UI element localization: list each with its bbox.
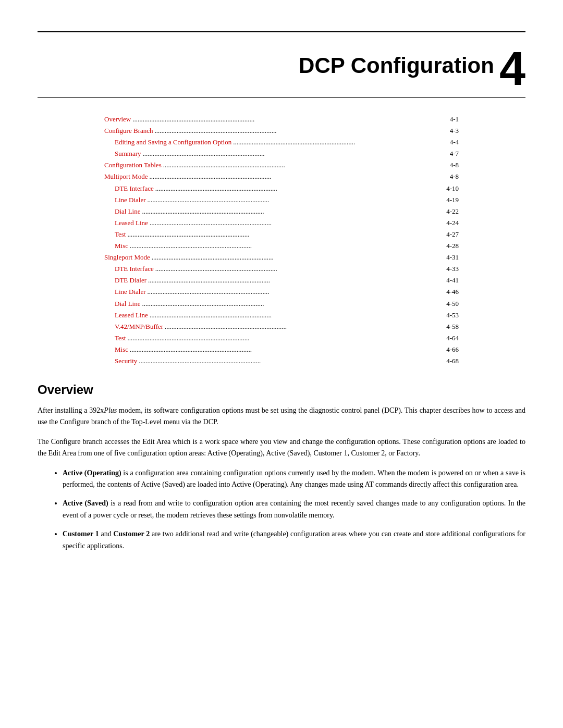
bullet-item: Customer 1 and Customer 2 are two additi…	[63, 528, 525, 552]
toc-item: Test ...................................…	[104, 332, 459, 344]
bullet-item: Active (Operating) is a configuration ar…	[63, 467, 525, 491]
top-rule	[38, 31, 525, 32]
toc-label: Leased Line	[115, 217, 148, 229]
toc-dots: ........................................…	[132, 114, 448, 125]
toc-page: 4-58	[446, 321, 459, 332]
toc-label: Configuration Tables	[104, 159, 162, 171]
toc-label: Configure Branch	[104, 125, 153, 137]
toc-label: Test	[115, 332, 126, 344]
toc-page: 4-22	[446, 206, 459, 217]
toc-page: 4-28	[446, 240, 459, 252]
toc-label: Dial Line	[115, 298, 140, 310]
toc-page: 4-53	[446, 310, 459, 321]
toc-dots: ........................................…	[165, 321, 445, 332]
toc-label: Summary	[115, 148, 141, 159]
toc-dots: ........................................…	[143, 148, 448, 159]
chapter-header: DCP Configuration 4	[38, 53, 525, 98]
toc-label: Overview	[104, 114, 131, 125]
toc-label: V.42/MNP/Buffer	[115, 321, 163, 332]
toc-item: Misc ...................................…	[104, 344, 459, 355]
toc-page: 4-24	[446, 217, 459, 229]
toc-dots: ........................................…	[150, 310, 445, 321]
toc-label: Line Dialer	[115, 286, 146, 298]
toc-dots: ........................................…	[155, 263, 445, 275]
toc-page: 4-8	[450, 171, 459, 182]
toc-page: 4-33	[446, 263, 459, 275]
toc-page: 4-7	[450, 148, 459, 159]
toc-item: Security ...............................…	[104, 355, 459, 367]
toc-dots: ........................................…	[148, 194, 445, 206]
toc-item: Line Dialer ............................…	[104, 286, 459, 298]
toc-item: V.42/MNP/Buffer ........................…	[104, 321, 459, 332]
toc-dots: ........................................…	[142, 298, 445, 310]
toc-page: 4-8	[450, 159, 459, 171]
toc-item: Configure Branch .......................…	[104, 125, 459, 137]
toc-label: Line Dialer	[115, 194, 146, 206]
toc-page: 4-1	[450, 114, 459, 125]
toc-item: Singleport Mode ........................…	[104, 252, 459, 263]
toc-page: 4-31	[446, 252, 459, 263]
toc-label: DTE Interface	[115, 183, 154, 194]
toc-item: Misc ...................................…	[104, 240, 459, 252]
toc-label: Leased Line	[115, 310, 148, 321]
toc-page: 4-19	[446, 194, 459, 206]
bullet-list: Active (Operating) is a configuration ar…	[63, 467, 525, 552]
chapter-title: DCP Configuration	[299, 53, 494, 78]
toc-item: Configuration Tables ...................…	[104, 159, 459, 171]
toc-dots: ........................................…	[142, 206, 445, 217]
toc-page: 4-50	[446, 298, 459, 310]
toc-item: DTE Interface ..........................…	[104, 263, 459, 275]
toc-dots: ........................................…	[150, 217, 445, 229]
overview-paragraph-1: After installing a 392xPlus modem, its s…	[38, 405, 525, 428]
toc-dots: ........................................…	[127, 332, 445, 344]
toc-dots: ........................................…	[163, 159, 448, 171]
toc-page: 4-46	[446, 286, 459, 298]
toc-page: 4-66	[446, 344, 459, 355]
toc-item: Editing and Saving a Configuration Optio…	[104, 137, 459, 148]
overview-paragraph-2: The Configure branch accesses the Edit A…	[38, 436, 525, 460]
toc-page: 4-10	[446, 183, 459, 194]
toc-dots: ........................................…	[148, 286, 445, 298]
toc-label: Singleport Mode	[104, 252, 150, 263]
toc-item: Multiport Mode .........................…	[104, 171, 459, 182]
toc-dots: ........................................…	[127, 229, 445, 240]
toc-label: Test	[115, 229, 126, 240]
toc-item: DTE Interface ..........................…	[104, 183, 459, 194]
toc-dots: ........................................…	[139, 355, 445, 367]
toc-dots: ........................................…	[130, 344, 445, 355]
page: DCP Configuration 4 Overview ...........…	[0, 31, 563, 728]
overview-heading: Overview	[38, 382, 525, 397]
toc-label: Dial Line	[115, 206, 140, 217]
toc-item: DTE Dialer .............................…	[104, 275, 459, 286]
toc-page: 4-64	[446, 332, 459, 344]
toc-label: Misc	[115, 344, 128, 355]
toc-item: Dial Line ..............................…	[104, 206, 459, 217]
chapter-number: 4	[499, 45, 525, 92]
toc-dots: ........................................…	[148, 275, 445, 286]
table-of-contents: Overview ...............................…	[104, 114, 459, 367]
toc-page: 4-4	[450, 137, 459, 148]
toc-item: Line Dialer ............................…	[104, 194, 459, 206]
toc-item: Test ...................................…	[104, 229, 459, 240]
toc-item: Overview ...............................…	[104, 114, 459, 125]
toc-label: Multiport Mode	[104, 171, 148, 182]
toc-item: Leased Line ............................…	[104, 217, 459, 229]
toc-page: 4-3	[450, 125, 459, 137]
toc-item: Leased Line ............................…	[104, 310, 459, 321]
toc-label: DTE Dialer	[115, 275, 146, 286]
toc-dots: ........................................…	[155, 125, 448, 137]
toc-item: Summary ................................…	[104, 148, 459, 159]
toc-dots: ........................................…	[149, 171, 448, 182]
toc-page: 4-27	[446, 229, 459, 240]
toc-label: Security	[115, 355, 137, 367]
toc-page: 4-41	[446, 275, 459, 286]
toc-label: Misc	[115, 240, 128, 252]
toc-dots: ........................................…	[233, 137, 448, 148]
toc-item: Dial Line ..............................…	[104, 298, 459, 310]
bullet-item: Active (Saved) is a read from and write …	[63, 498, 525, 521]
toc-page: 4-68	[446, 355, 459, 367]
toc-dots: ........................................…	[152, 252, 445, 263]
toc-label: DTE Interface	[115, 263, 154, 275]
toc-dots: ........................................…	[155, 183, 445, 194]
toc-dots: ........................................…	[130, 240, 445, 252]
